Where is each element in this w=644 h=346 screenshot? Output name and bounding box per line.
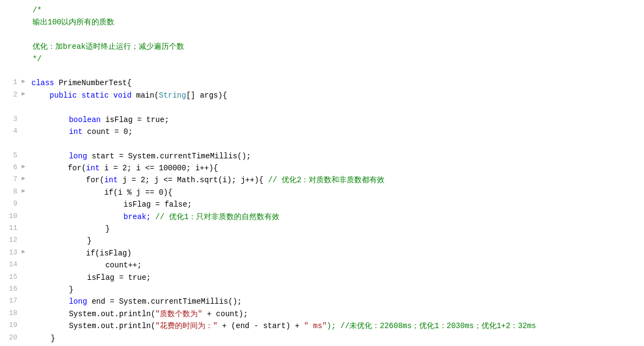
line-number: 8 bbox=[0, 187, 22, 198]
code-line: 19 System.out.println("花费的时间为：" + (end -… bbox=[0, 320, 644, 332]
line-content: public static void main(String[] args){ bbox=[27, 89, 644, 101]
code-token: 优化：加break适时终止运行；减少遍历个数 bbox=[32, 42, 184, 51]
code-token: System.out.println( bbox=[32, 322, 155, 330]
code-line: 10 break; // 优化1：只对非质数的自然数有效 bbox=[0, 211, 644, 223]
line-content: if(i % j == 0){ bbox=[27, 187, 644, 198]
line-number: 20 bbox=[0, 332, 22, 344]
code-editor: /*输出100以内所有的质数 优化：加break适时终止运行；减少遍历个数*/ … bbox=[0, 0, 644, 346]
code-token: int bbox=[86, 164, 105, 172]
code-token: j = 2; j <= Math.sqrt(i); j++){ bbox=[122, 176, 263, 184]
code-token: class bbox=[31, 79, 58, 87]
line-number: 2 bbox=[0, 89, 22, 101]
code-line: 7▶ for(int j = 2; j <= Math.sqrt(i); j++… bbox=[0, 174, 644, 186]
code-line: 16 } bbox=[0, 284, 644, 296]
block-arrow-icon: ▶ bbox=[22, 247, 27, 257]
line-number: 9 bbox=[0, 198, 22, 210]
code-token: } bbox=[32, 285, 74, 294]
code-token: end = System.currentTimeMillis(); bbox=[92, 297, 242, 306]
block-arrow-icon: ▶ bbox=[22, 187, 27, 196]
line-number: 11 bbox=[0, 223, 22, 234]
code-token: count = 0; bbox=[87, 127, 133, 136]
code-token: i = 2; i <= 100000; i++){ bbox=[104, 164, 218, 172]
code-token: // 优化1：只对非质数的自然数有效 bbox=[151, 213, 279, 221]
code-line bbox=[0, 138, 644, 150]
code-token: isFlag = false; bbox=[32, 200, 192, 209]
line-content bbox=[28, 29, 644, 41]
code-line: 13▶ if(isFlag) bbox=[0, 247, 644, 259]
line-number: 18 bbox=[0, 308, 22, 319]
code-token: } bbox=[32, 236, 92, 245]
line-content bbox=[28, 138, 644, 150]
line-number: 10 bbox=[0, 211, 22, 222]
code-token: } bbox=[32, 225, 110, 233]
line-content: if(isFlag) bbox=[27, 247, 644, 259]
code-token: // 优化2：对质数和非质数都有效 bbox=[263, 176, 385, 184]
code-token: } bbox=[32, 334, 55, 343]
line-number: 14 bbox=[0, 259, 22, 271]
line-content: isFlag = true; bbox=[28, 272, 644, 284]
code-token: + (end - start) + bbox=[218, 322, 304, 330]
code-line: 2▶ public static void main(String[] args… bbox=[0, 89, 644, 101]
code-line: 1▶class PrimeNumberTest{ bbox=[0, 77, 644, 89]
code-token: long bbox=[32, 152, 92, 161]
line-content: } bbox=[28, 284, 644, 296]
code-line: 5 long start = System.currentTimeMillis(… bbox=[0, 150, 644, 162]
code-line: 9 isFlag = false; bbox=[0, 198, 644, 210]
line-number: 15 bbox=[0, 272, 22, 283]
code-token: [] args){ bbox=[186, 91, 227, 100]
line-content: long end = System.currentTimeMillis(); bbox=[28, 296, 644, 307]
code-line: 4 int count = 0; bbox=[0, 126, 644, 138]
code-line: 20 } bbox=[0, 332, 644, 344]
line-number: 1 bbox=[0, 77, 22, 88]
line-number: 12 bbox=[0, 235, 22, 246]
line-content: 优化：加break适时终止运行；减少遍历个数 bbox=[28, 41, 644, 53]
code-token: int bbox=[104, 176, 122, 184]
code-token: main( bbox=[136, 91, 159, 100]
code-token: ); //未优化：22608ms；优化1：2030ms；优化1+2：32ms bbox=[327, 322, 536, 330]
code-token: isFlag = true; bbox=[105, 116, 169, 124]
line-number: 3 bbox=[0, 114, 22, 125]
line-content: count++; bbox=[28, 259, 644, 271]
line-number: 4 bbox=[0, 126, 22, 137]
code-line: 12 } bbox=[0, 235, 644, 247]
line-number: 13 bbox=[0, 247, 22, 259]
code-line: */ bbox=[0, 53, 644, 65]
block-arrow-icon: ▶ bbox=[22, 77, 27, 87]
code-line bbox=[0, 29, 644, 41]
line-content: boolean isFlag = true; bbox=[28, 114, 644, 126]
code-line: 优化：加break适时终止运行；减少遍历个数 bbox=[0, 41, 644, 53]
line-content: System.out.println("花费的时间为：" + (end - st… bbox=[28, 320, 644, 332]
code-line: /* bbox=[0, 4, 644, 16]
code-token: count++; bbox=[32, 261, 142, 270]
code-line: 15 isFlag = true; bbox=[0, 272, 644, 284]
line-content: } bbox=[28, 223, 644, 235]
code-token: boolean bbox=[32, 116, 105, 124]
line-content: System.out.println("质数个数为" + count); bbox=[28, 308, 644, 320]
code-line: 17 long end = System.currentTimeMillis()… bbox=[0, 296, 644, 307]
line-content: /* bbox=[28, 4, 644, 16]
line-content: long start = System.currentTimeMillis(); bbox=[28, 150, 644, 162]
code-token: "花费的时间为：" bbox=[155, 322, 218, 330]
line-content: } bbox=[28, 332, 644, 344]
code-token: int bbox=[32, 127, 87, 136]
code-token: 输出100以内所有的质数 bbox=[32, 18, 114, 27]
code-line: 18 System.out.println("质数个数为" + count); bbox=[0, 308, 644, 320]
code-token: start = System.currentTimeMillis(); bbox=[92, 152, 251, 161]
block-arrow-icon: ▶ bbox=[22, 162, 27, 172]
code-line bbox=[0, 101, 644, 113]
line-content: break; // 优化1：只对非质数的自然数有效 bbox=[28, 211, 644, 223]
code-line bbox=[0, 65, 644, 77]
code-token: long bbox=[32, 297, 92, 306]
line-number: 19 bbox=[0, 320, 22, 331]
line-content: for(int j = 2; j <= Math.sqrt(i); j++){ … bbox=[27, 174, 644, 186]
line-content: int count = 0; bbox=[28, 126, 644, 138]
line-content: 输出100以内所有的质数 bbox=[28, 16, 644, 28]
code-token: public static void bbox=[31, 91, 136, 100]
line-content bbox=[28, 65, 644, 77]
line-content: isFlag = false; bbox=[28, 198, 644, 210]
line-number: 7 bbox=[0, 174, 22, 185]
code-line: 6▶ for(int i = 2; i <= 100000; i++){ bbox=[0, 162, 644, 174]
code-token: String bbox=[159, 91, 186, 100]
code-token: */ bbox=[32, 55, 42, 63]
line-content: */ bbox=[28, 53, 644, 65]
